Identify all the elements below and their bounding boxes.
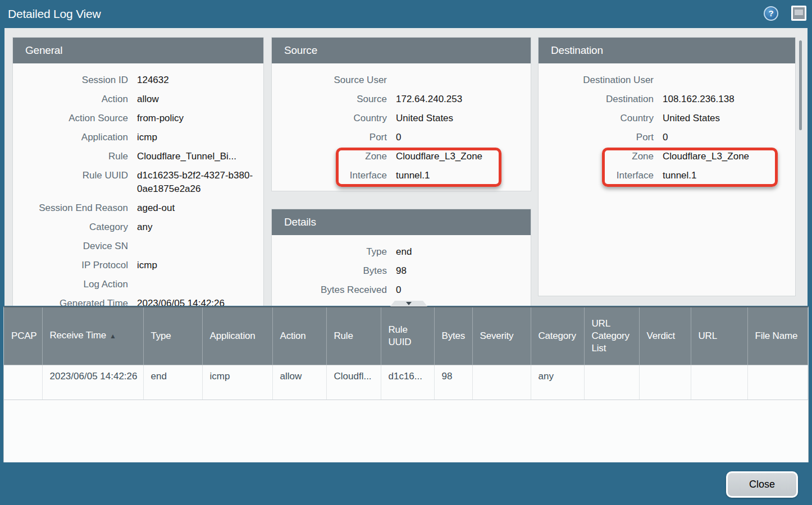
column-header-application[interactable]: Application bbox=[202, 307, 272, 365]
field-row-device-sn: Device SN bbox=[13, 237, 263, 256]
column-header-label: PCAP bbox=[11, 330, 37, 341]
cell-rule: Cloudfl... bbox=[326, 365, 381, 400]
column-header-receive-time[interactable]: Receive Time▲ bbox=[42, 307, 143, 365]
field-value: tunnel.1 bbox=[396, 169, 531, 182]
sort-ascending-icon: ▲ bbox=[106, 332, 116, 340]
cell-category: any bbox=[531, 365, 584, 400]
field-label: Zone bbox=[272, 150, 387, 163]
field-value: Cloudflare_Tunnel_Bi... bbox=[137, 150, 263, 163]
window-restore-icon-pane bbox=[795, 10, 803, 15]
column-header-severity[interactable]: Severity bbox=[472, 307, 531, 365]
column-header-category[interactable]: Category bbox=[531, 307, 584, 365]
field-row-bytes: Bytes98 bbox=[272, 261, 531, 281]
column-header-pcap[interactable]: PCAP bbox=[4, 307, 42, 365]
cell-pcap bbox=[4, 365, 42, 400]
cell-url bbox=[691, 365, 747, 400]
source-panel-body: Source User Source172.64.240.253 Country… bbox=[272, 63, 531, 185]
field-row-bytes-received: Bytes Received0 bbox=[272, 281, 531, 300]
field-row-category: Categoryany bbox=[13, 218, 263, 237]
cell-receive-time: 2023/06/05 14:42:26 bbox=[42, 365, 143, 400]
field-value: icmp bbox=[137, 131, 263, 144]
help-icon[interactable]: ? bbox=[764, 6, 778, 21]
field-label: Source bbox=[272, 93, 387, 106]
field-value: 0 bbox=[396, 131, 531, 144]
field-row-application: Applicationicmp bbox=[13, 128, 263, 147]
cell-severity bbox=[472, 365, 531, 400]
field-row-log-action: Log Action bbox=[13, 275, 263, 294]
field-label: Destination User bbox=[539, 74, 654, 87]
field-value: 2023/06/05 14:42:26 bbox=[137, 297, 263, 306]
field-value bbox=[663, 74, 795, 87]
table-header-row: PCAP Receive Time▲ Type Application Acti… bbox=[4, 307, 808, 365]
close-button[interactable]: Close bbox=[726, 471, 798, 498]
column-header-label: Category bbox=[539, 330, 576, 341]
cell-rule-uuid: d1c16... bbox=[381, 365, 434, 400]
log-table-section: PCAP Receive Time▲ Type Application Acti… bbox=[3, 306, 809, 462]
details-panel: Details Typeend Bytes98 Bytes Received0 bbox=[271, 209, 531, 306]
field-value: icmp bbox=[137, 259, 263, 272]
column-header-rule[interactable]: Rule bbox=[326, 307, 381, 365]
column-header-verdict[interactable]: Verdict bbox=[639, 307, 691, 365]
field-label: Country bbox=[272, 112, 387, 125]
field-row-generated-time: Generated Time2023/06/05 14:42:26 bbox=[13, 294, 263, 306]
destination-panel: Destination Destination User Destination… bbox=[538, 37, 796, 296]
field-label: Session End Reason bbox=[13, 201, 128, 215]
field-row-ip-protocol: IP Protocolicmp bbox=[13, 256, 263, 275]
column-header-type[interactable]: Type bbox=[143, 307, 202, 365]
field-row-type: Typeend bbox=[272, 242, 531, 261]
cell-bytes: 98 bbox=[434, 365, 472, 400]
field-row-country: CountryUnited States bbox=[539, 109, 795, 128]
field-label: Port bbox=[539, 131, 654, 144]
field-value: 0 bbox=[396, 283, 531, 297]
field-row-action-source: Action Sourcefrom-policy bbox=[13, 109, 263, 128]
field-label: Bytes bbox=[272, 264, 387, 278]
column-header-label: File Name bbox=[755, 330, 798, 341]
column-header-label: Rule UUID bbox=[389, 324, 412, 347]
chevron-down-icon bbox=[406, 302, 412, 305]
field-row-action: Actionallow bbox=[13, 90, 263, 109]
log-table-row[interactable]: 2023/06/05 14:42:26 end icmp allow Cloud… bbox=[4, 365, 808, 400]
column-header-file-name[interactable]: File Name bbox=[747, 307, 808, 365]
field-row-rule-uuid: Rule UUIDd1c16235-b2f2-4327-b380-0ae1875… bbox=[13, 166, 263, 199]
field-value: 0 bbox=[663, 131, 795, 144]
field-value: d1c16235-b2f2-4327-b380-0ae1875e2a26 bbox=[137, 169, 263, 196]
field-label: Country bbox=[539, 112, 654, 125]
field-label: Action Source bbox=[13, 112, 128, 125]
column-header-label: URL Category List bbox=[592, 318, 629, 354]
column-header-url-category-list[interactable]: URL Category List bbox=[584, 307, 639, 365]
source-panel-header: Source bbox=[272, 38, 531, 63]
log-table: PCAP Receive Time▲ Type Application Acti… bbox=[4, 307, 808, 400]
field-value: United States bbox=[396, 112, 531, 125]
field-value bbox=[137, 240, 263, 253]
field-label: Bytes Received bbox=[272, 283, 387, 297]
source-panel: Source Source User Source172.64.240.253 … bbox=[271, 37, 531, 191]
column-header-bytes[interactable]: Bytes bbox=[434, 307, 472, 365]
vertical-scrollbar-thumb[interactable] bbox=[799, 40, 802, 130]
field-value: 124632 bbox=[137, 74, 263, 87]
field-label: Type bbox=[272, 245, 387, 259]
field-label: Interface bbox=[272, 169, 387, 182]
field-label: Rule bbox=[13, 150, 128, 163]
window-restore-icon[interactable] bbox=[791, 6, 806, 21]
column-header-rule-uuid[interactable]: Rule UUID bbox=[381, 307, 434, 365]
log-detail-panels-container: General Session ID124632 Actionallow Act… bbox=[4, 28, 808, 306]
field-label: Destination bbox=[539, 93, 654, 106]
column-header-action[interactable]: Action bbox=[272, 307, 326, 365]
field-row-session-end-reason: Session End Reasonaged-out bbox=[13, 199, 263, 218]
general-panel: General Session ID124632 Actionallow Act… bbox=[12, 37, 264, 306]
field-label: Application bbox=[13, 131, 128, 144]
column-header-url[interactable]: URL bbox=[691, 307, 747, 365]
field-label: Session ID bbox=[13, 74, 128, 87]
field-label: Port bbox=[272, 131, 387, 144]
field-row-rule: RuleCloudflare_Tunnel_Bi... bbox=[13, 147, 263, 166]
field-label: Log Action bbox=[13, 278, 128, 291]
splitter-collapse-handle[interactable] bbox=[390, 301, 427, 306]
column-header-label: URL bbox=[699, 330, 717, 341]
column-header-label: Severity bbox=[480, 330, 514, 341]
field-label: Category bbox=[13, 221, 128, 234]
field-label: Source User bbox=[272, 74, 387, 87]
field-label: Action bbox=[13, 93, 128, 106]
field-label: IP Protocol bbox=[13, 259, 128, 272]
cell-application: icmp bbox=[202, 365, 272, 400]
field-row-interface: Interfacetunnel.1 bbox=[272, 166, 531, 185]
